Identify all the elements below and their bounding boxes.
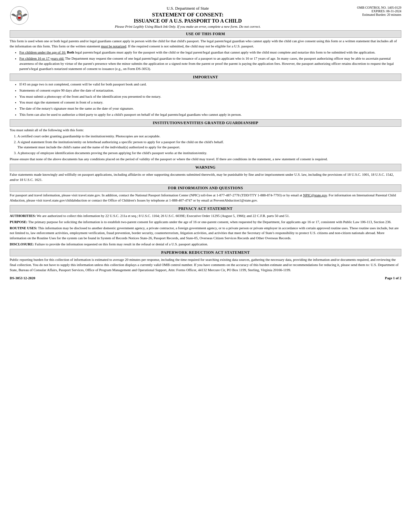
page-header: U.S. Department of State STATEMENT OF CO… xyxy=(10,6,401,28)
omb-line1: OMB CONTROL NO. 1405-0129 xyxy=(343,6,401,9)
important-bullet-1: If #3 on page two is not completed, cons… xyxy=(19,82,401,87)
important-body: If #3 on page two is not completed, cons… xyxy=(10,82,401,118)
paperwork-header: PAPERWORK REDUCTION ACT STATEMENT xyxy=(10,249,401,256)
important-bullet-3: You must submit a photocopy of the front… xyxy=(19,94,401,99)
warning-text: False statements made knowingly and will… xyxy=(10,172,401,182)
warning-header: WARNING xyxy=(10,164,401,171)
logo-area xyxy=(10,6,32,26)
important-bullet-4: You must sign the statement of consent i… xyxy=(19,100,401,105)
privacy-disclosure: DISCLOSURE: Failure to provide the infor… xyxy=(10,242,401,247)
paperwork-body: Public reporting burden for this collect… xyxy=(10,257,401,273)
privacy-purpose: PURPOSE: The primary purpose for solicit… xyxy=(10,220,401,225)
institutions-header: INSTITUTIONS/ENTITIES GRANTED GUARDIANSH… xyxy=(10,119,401,127)
page-number: Page 1 of 2 xyxy=(385,276,401,280)
institutions-item-3: A photocopy of employee identification d… xyxy=(17,151,401,156)
eagle-icon xyxy=(10,6,29,25)
warning-body: False statements made knowingly and will… xyxy=(10,172,401,182)
svg-point-2 xyxy=(17,10,22,15)
main-title: STATEMENT OF CONSENT: xyxy=(32,12,343,18)
privacy-authorities: AUTHORITIES: We are authorized to collec… xyxy=(10,213,401,219)
sub-title: ISSUANCE OF A U.S. PASSPORT TO A CHILD xyxy=(32,18,343,24)
important-bullet-6: This form can also be used to authorize … xyxy=(19,112,401,117)
institutions-list: A certified court order granting guardia… xyxy=(17,134,401,156)
institutions-item-2: A signed statement from the institution/… xyxy=(17,140,401,150)
page-footer: DS-3053 12-2020 Page 1 of 2 xyxy=(10,276,401,280)
institutions-closing: Please ensure that none of the above doc… xyxy=(10,157,401,162)
information-header: FOR INFORMATION AND QUESTIONS xyxy=(10,184,401,192)
privacy-routine: ROUTINE USES: This information may be di… xyxy=(10,226,401,241)
omb-line2: EXPIRES: 08-31-2024 xyxy=(343,9,401,13)
use-of-form-bullet-1: For children under the age of 16: Both l… xyxy=(19,50,401,55)
use-of-form-intro: This form is used when one or both legal… xyxy=(10,39,401,49)
institutions-intro: You must submit all of the following wit… xyxy=(10,128,401,133)
information-text: For passport and travel information, ple… xyxy=(10,193,401,203)
form-number: DS-3053 12-2020 xyxy=(10,276,35,280)
important-list: If #3 on page two is not completed, cons… xyxy=(19,82,401,118)
information-body: For passport and travel information, ple… xyxy=(10,193,401,203)
paperwork-text: Public reporting burden for this collect… xyxy=(10,257,401,273)
use-of-form-header: USE OF THIS FORM xyxy=(10,30,401,38)
svg-rect-5 xyxy=(18,15,21,17)
header-center: U.S. Department of State STATEMENT OF CO… xyxy=(32,6,343,28)
institutions-item-1: A certified court order granting guardia… xyxy=(17,134,401,139)
svg-point-3 xyxy=(20,12,21,13)
use-of-form-bullet-2: For children 16 or 17 years old: The Dep… xyxy=(19,56,401,72)
important-bullet-2: Statements of consent expire 90 days aft… xyxy=(19,88,401,93)
header-note: Please Print Legibly Using Black Ink Onl… xyxy=(32,25,343,28)
omb-line3: Estimated Burden: 20 minutes xyxy=(343,13,401,16)
omb-area: OMB CONTROL NO. 1405-0129 EXPIRES: 08-31… xyxy=(343,6,401,16)
privacy-header: PRIVACY ACT STATEMENT xyxy=(10,205,401,212)
use-of-form-list: For children under the age of 16: Both l… xyxy=(19,50,401,72)
important-bullet-5: The date of the notary's signature must … xyxy=(19,106,401,111)
dept-name: U.S. Department of State xyxy=(32,6,343,11)
important-header: IMPORTANT xyxy=(10,74,401,81)
institutions-body: You must submit all of the following wit… xyxy=(10,128,401,162)
use-of-form-body: This form is used when one or both legal… xyxy=(10,39,401,72)
privacy-body: AUTHORITIES: We are authorized to collec… xyxy=(10,213,401,247)
